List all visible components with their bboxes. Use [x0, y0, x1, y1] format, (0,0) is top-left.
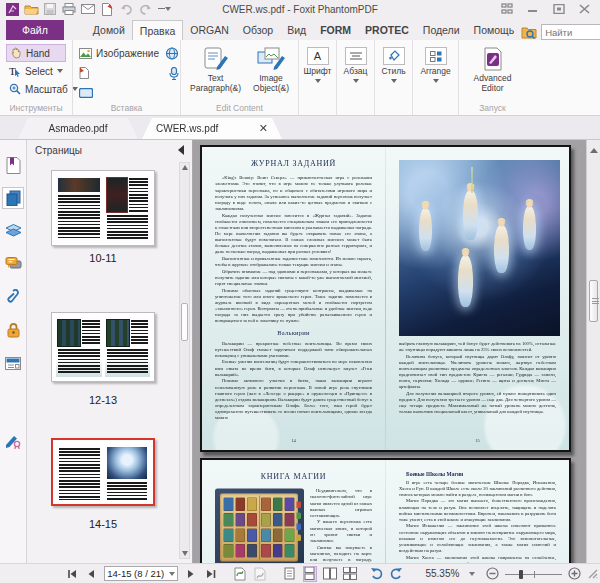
page14-paragraph: Помимо обычных заданий существуют контра… [215, 287, 372, 324]
text-paragraph-button[interactable]: Text Paragraph(&) [186, 44, 245, 101]
tab-help[interactable]: Помощь [467, 20, 522, 40]
zoom-slider[interactable] [505, 567, 561, 581]
close-button[interactable] [579, 4, 590, 14]
status-bar: 55.35% [0, 563, 600, 583]
tab-review[interactable]: Обзор [236, 20, 280, 40]
customize-toolbar-dropdown[interactable] [156, 2, 172, 16]
open-file-icon[interactable] [23, 2, 39, 16]
zoom-dropdown-icon[interactable] [469, 572, 475, 576]
page14-paragraph: Каждая полученная миссия заносится в «Жу… [215, 212, 372, 255]
continuous-view-button[interactable] [303, 566, 317, 582]
security-panel-icon[interactable] [2, 319, 24, 341]
maximize-button[interactable] [553, 4, 565, 14]
insert-image-button[interactable]: Изображение [79, 48, 159, 59]
select-tool-button[interactable]: T Select [6, 62, 66, 80]
document-scroll-thumb[interactable] [589, 280, 598, 322]
zoom-percentage: 55.35% [421, 568, 459, 579]
tab-organize[interactable]: ORGAN [183, 20, 236, 40]
bookmarks-panel-icon[interactable] [2, 154, 24, 176]
font-button[interactable]: A Шрифт [305, 44, 330, 86]
tab-file[interactable]: Файл [6, 20, 64, 40]
pages-panel-icon[interactable] [2, 187, 24, 209]
resize-grip[interactable] [588, 569, 598, 579]
fields-panel-icon[interactable] [2, 352, 24, 374]
close-tab-icon[interactable]: ✕ [259, 122, 268, 135]
scroll-down-icon[interactable] [182, 551, 188, 556]
page14-paragraph: «King's Bounty: Воин Севера» — приключен… [215, 175, 372, 212]
signature-panel-icon[interactable] [2, 430, 24, 452]
minimize-button[interactable] [527, 4, 539, 14]
insert-audio-button[interactable] [169, 67, 179, 80]
layers-panel-icon[interactable] [2, 220, 24, 242]
page-thumbnail-14-15[interactable] [51, 438, 155, 506]
rotate-right-button[interactable] [389, 566, 403, 582]
image-object-button[interactable]: Image Object(&) [249, 44, 293, 101]
scroll-up-icon[interactable] [182, 165, 188, 170]
video-icon [79, 88, 93, 98]
group-label-launch: Запуск [459, 103, 526, 113]
zoom-in-button[interactable] [568, 566, 582, 582]
arrange-button[interactable]: Arrange [419, 44, 452, 86]
previous-view-button[interactable] [232, 566, 246, 582]
zoom-out-button[interactable] [485, 566, 499, 582]
continuous-facing-view-button[interactable] [343, 566, 357, 582]
comments-panel-icon[interactable] [2, 253, 24, 275]
page-thumbnail-12-13[interactable] [51, 312, 155, 382]
next-page-button[interactable] [184, 566, 198, 582]
facing-view-button[interactable] [323, 566, 337, 582]
single-page-view-button[interactable] [283, 566, 297, 582]
first-page-button[interactable] [64, 566, 78, 582]
doc-tab-asmadeo[interactable]: Asmadeo.pdf [18, 118, 138, 139]
valkyrie-figure [523, 206, 536, 250]
tab-view[interactable]: Вид [280, 20, 313, 40]
page-number-input[interactable] [107, 568, 169, 579]
main-area: Страницы 10-11 [0, 140, 600, 563]
doc-tab-cwer[interactable]: CWER.ws.pdf ✕ [142, 118, 282, 139]
previous-page-button[interactable] [84, 566, 98, 582]
print-icon[interactable] [61, 2, 77, 16]
sidebar-scrollbar[interactable] [179, 162, 190, 559]
tab-form[interactable]: FORM [313, 20, 358, 40]
thumb-page-14 [57, 444, 102, 500]
next-view-button[interactable] [252, 566, 266, 582]
group-launch: Advanced Editor Запуск [458, 40, 526, 115]
document-scrollbar[interactable] [586, 140, 600, 563]
insert-web-button[interactable] [165, 47, 179, 60]
foxit-logo-icon[interactable] [4, 2, 20, 16]
paragraph-button[interactable]: Абзац [343, 44, 368, 86]
attachments-panel-icon[interactable] [2, 286, 24, 308]
insert-video-button[interactable] [79, 88, 159, 98]
folder-search-icon[interactable] [521, 26, 537, 39]
pages-panel: Страницы 10-11 [27, 140, 193, 563]
insert-file-button[interactable] [79, 67, 159, 79]
collapse-panel-icon[interactable] [178, 145, 184, 155]
arrange-windows-icon[interactable] [501, 3, 513, 15]
foxit-phantompdf-window: CWER.ws.pdf - Foxit PhantomPDF Файл Домо… [0, 0, 600, 583]
page-thumbnail-10-11[interactable] [51, 170, 155, 246]
save-icon[interactable] [42, 2, 58, 16]
redo-icon[interactable] [137, 2, 153, 16]
tab-home[interactable]: Домой [86, 20, 132, 40]
tab-edit[interactable]: Правка [132, 20, 183, 40]
scroll-up-icon[interactable] [590, 144, 598, 153]
tab-share[interactable]: Подели [416, 20, 467, 40]
hand-tool-button[interactable]: Hand [6, 44, 66, 62]
last-page-button[interactable] [204, 566, 218, 582]
email-icon[interactable] [80, 2, 96, 16]
zoom-slider-thumb[interactable] [519, 570, 523, 579]
style-button-group: Стиль [374, 40, 412, 115]
chevron-down-icon[interactable] [169, 572, 175, 576]
style-button[interactable]: Стиль [381, 44, 406, 86]
rotate-left-button[interactable] [369, 566, 383, 582]
chevron-down-icon [433, 79, 439, 83]
paragraph-button-group: Абзац [336, 40, 374, 115]
create-pdf-icon[interactable] [99, 2, 115, 16]
group-edit-content: Text Paragraph(&) Image Object(&) Edit C… [180, 40, 298, 115]
undo-icon[interactable] [118, 2, 134, 16]
advanced-editor-button[interactable]: Advanced Editor [465, 44, 520, 101]
search-input[interactable] [542, 27, 600, 38]
sidebar-scroll-thumb[interactable] [181, 303, 188, 341]
zoom-tool-button[interactable]: Масштаб [6, 80, 66, 98]
valkyrie-figure [494, 225, 509, 273]
tab-protect[interactable]: PROTEC [358, 20, 416, 40]
